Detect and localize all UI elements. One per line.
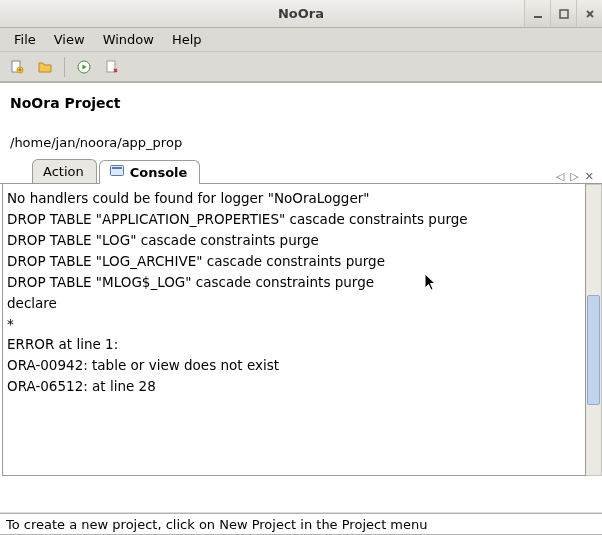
clear-button[interactable] <box>101 56 123 78</box>
statusbar-text: To create a new project, click on New Pr… <box>6 517 428 532</box>
run-button[interactable] <box>73 56 95 78</box>
tab-console-label: Console <box>130 165 188 180</box>
toolbar <box>0 52 602 82</box>
tabbar: Action Console ◁ ▷ ✕ <box>0 158 602 184</box>
menu-window[interactable]: Window <box>95 30 162 49</box>
menu-file[interactable]: File <box>6 30 44 49</box>
vertical-scrollbar[interactable] <box>586 184 602 476</box>
window-controls <box>524 0 602 27</box>
tab-prev-icon[interactable]: ◁ <box>556 170 564 183</box>
menubar: File View Window Help <box>0 28 602 52</box>
console-panel: No handlers could be found for logger "N… <box>0 184 602 476</box>
window-title: NoOra <box>0 6 602 21</box>
new-file-button[interactable] <box>6 56 28 78</box>
console-output: No handlers could be found for logger "N… <box>2 184 586 476</box>
tab-action-label: Action <box>43 164 84 179</box>
toolbar-separator <box>64 57 65 77</box>
menu-help[interactable]: Help <box>164 30 210 49</box>
scrollbar-thumb[interactable] <box>587 295 600 405</box>
svg-rect-5 <box>107 61 115 72</box>
statusbar: To create a new project, click on New Pr… <box>0 513 602 535</box>
tab-next-icon[interactable]: ▷ <box>570 170 578 183</box>
tab-action[interactable]: Action <box>32 159 97 183</box>
tab-nav: ◁ ▷ ✕ <box>556 170 602 183</box>
svg-rect-1 <box>560 10 568 18</box>
titlebar: NoOra <box>0 0 602 28</box>
console-icon <box>110 165 124 180</box>
tab-close-icon[interactable]: ✕ <box>585 170 594 183</box>
close-button[interactable] <box>576 0 602 27</box>
project-path: /home/jan/noora/app_prop <box>0 115 602 158</box>
svg-rect-0 <box>534 16 542 18</box>
svg-rect-7 <box>112 167 122 169</box>
content-area: NoOra Project /home/jan/noora/app_prop A… <box>0 82 602 512</box>
open-folder-button[interactable] <box>34 56 56 78</box>
tab-console[interactable]: Console <box>99 160 201 184</box>
minimize-button[interactable] <box>524 0 550 27</box>
project-heading: NoOra Project <box>0 83 602 115</box>
menu-view[interactable]: View <box>46 30 93 49</box>
maximize-button[interactable] <box>550 0 576 27</box>
